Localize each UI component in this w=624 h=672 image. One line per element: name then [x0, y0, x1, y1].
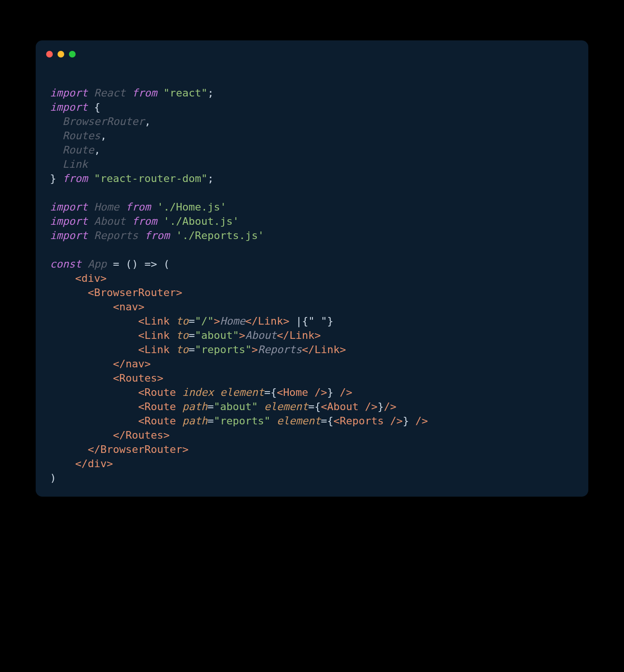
code-line: import Home from './Home.js': [50, 201, 226, 213]
code-line: <Link to="about">About</Link>: [50, 329, 321, 341]
code-line: import React from "react";: [50, 87, 214, 99]
code-line: <Route path="about" element={<About />}/…: [50, 401, 397, 413]
code-line: import {: [50, 101, 100, 113]
code-line: <Routes>: [50, 372, 163, 384]
window-minimize-icon[interactable]: [58, 51, 64, 58]
code-line: ): [50, 472, 56, 484]
code-line: const App = () => (: [50, 258, 170, 270]
window-maximize-icon[interactable]: [69, 51, 76, 58]
code-line: </nav>: [50, 358, 151, 370]
code-line: <Route path="reports" element={<Reports …: [50, 415, 428, 427]
code-line: Routes,: [50, 130, 107, 142]
code-line: import Reports from './Reports.js': [50, 230, 264, 241]
code-block: import React from "react"; import { Brow…: [36, 58, 588, 497]
code-line: <BrowserRouter>: [50, 287, 182, 298]
code-line: </BrowserRouter>: [50, 443, 188, 455]
code-line: <nav>: [50, 301, 145, 313]
window-titlebar: [36, 40, 588, 58]
code-line: </Routes>: [50, 429, 170, 441]
code-line: <Link to="reports">Reports</Link>: [50, 344, 346, 355]
window-close-icon[interactable]: [46, 51, 53, 58]
code-line: <Link to="/">Home</Link> |{" "}: [50, 315, 333, 327]
code-line: Link: [50, 158, 88, 170]
code-line: import About from './About.js': [50, 215, 239, 227]
code-line: Route,: [50, 144, 100, 156]
code-line: <Route index element={<Home />} />: [50, 386, 352, 398]
code-line: } from "react-router-dom";: [50, 173, 214, 184]
code-window: import React from "react"; import { Brow…: [36, 40, 588, 497]
code-line: <div>: [50, 272, 107, 284]
code-line: BrowserRouter,: [50, 115, 151, 127]
code-line: </div>: [50, 458, 113, 470]
